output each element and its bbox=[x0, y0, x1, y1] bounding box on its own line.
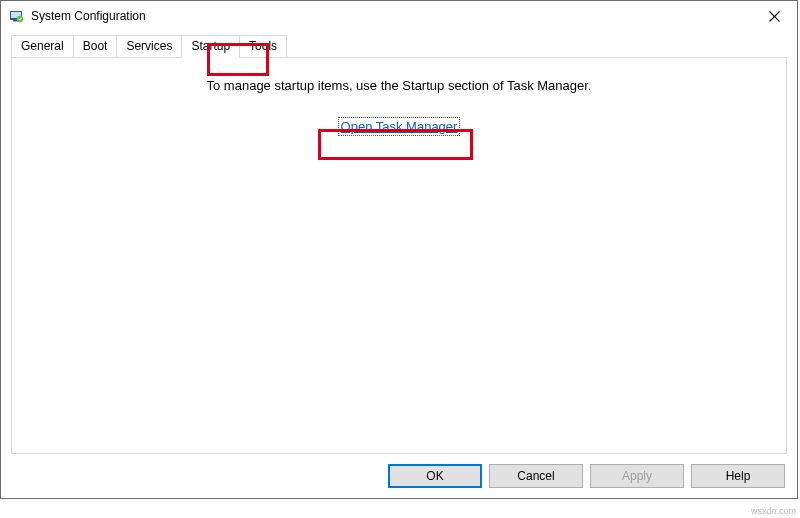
tab-boot[interactable]: Boot bbox=[73, 35, 118, 57]
tab-container: General Boot Services Startup Tools To m… bbox=[11, 35, 787, 454]
window-title: System Configuration bbox=[31, 9, 146, 23]
tab-strip: General Boot Services Startup Tools bbox=[11, 35, 787, 57]
watermark: wsxdn.com bbox=[751, 506, 796, 516]
startup-message: To manage startup items, use the Startup… bbox=[12, 58, 786, 93]
system-configuration-window: System Configuration General Boot Servic… bbox=[0, 0, 798, 499]
apply-button: Apply bbox=[590, 464, 684, 488]
cancel-button[interactable]: Cancel bbox=[489, 464, 583, 488]
close-button[interactable] bbox=[752, 1, 797, 31]
ok-button[interactable]: OK bbox=[388, 464, 482, 488]
tab-services[interactable]: Services bbox=[116, 35, 182, 57]
tab-panel-startup: To manage startup items, use the Startup… bbox=[11, 57, 787, 454]
titlebar: System Configuration bbox=[1, 1, 797, 31]
open-task-manager-link[interactable]: Open Task Manager bbox=[338, 117, 461, 136]
close-icon bbox=[769, 11, 780, 22]
tab-startup[interactable]: Startup bbox=[181, 35, 240, 58]
link-row: Open Task Manager bbox=[12, 117, 786, 136]
help-button[interactable]: Help bbox=[691, 464, 785, 488]
tab-general[interactable]: General bbox=[11, 35, 74, 57]
app-icon bbox=[9, 8, 25, 24]
tab-tools[interactable]: Tools bbox=[239, 35, 287, 57]
dialog-button-row: OK Cancel Apply Help bbox=[388, 464, 785, 488]
